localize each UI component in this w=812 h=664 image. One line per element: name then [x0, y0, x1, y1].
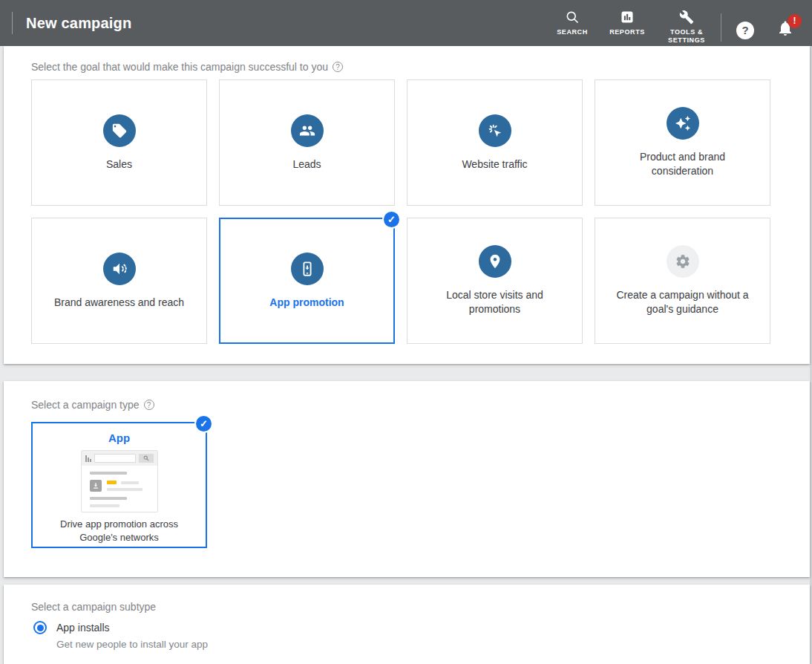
campaign-type-card-app[interactable]: ✓ App — [31, 422, 207, 548]
subtype-section-heading: Select a campaign subtype — [31, 601, 156, 613]
campaign-subtype-panel: Select a campaign subtype App installs G… — [4, 585, 810, 664]
reports-label: REPORTS — [609, 28, 645, 36]
type-heading-text: Select a campaign type — [31, 399, 140, 411]
illustration-search-input — [94, 454, 136, 463]
sparkles-icon — [667, 107, 699, 140]
goal-card-label: Leads — [292, 157, 321, 172]
app-installs-radio[interactable] — [33, 621, 47, 634]
search-nav-button[interactable]: SEARCH — [554, 1, 590, 36]
tools-settings-label: TOOLS & SETTINGS — [664, 28, 709, 45]
cursor-click-icon — [479, 114, 511, 147]
radio-dot — [37, 625, 44, 631]
selected-check-icon: ✓ — [196, 416, 212, 432]
notifications-button[interactable]: ! — [776, 19, 794, 40]
bell-icon — [776, 27, 794, 39]
illustration-result-lines — [107, 480, 149, 492]
app-installs-option[interactable]: App installs — [33, 621, 110, 634]
goal-card-no-goal-guidance[interactable]: Create a campaign without a goal's guida… — [595, 218, 770, 344]
goal-card-website-traffic[interactable]: Website traffic — [407, 79, 583, 206]
app-installs-label: App installs — [56, 622, 110, 634]
goal-card-leads[interactable]: Leads — [219, 79, 395, 206]
notification-badge: ! — [788, 14, 802, 28]
illustration-searchbar — [82, 451, 157, 466]
goal-cards-grid: Sales Leads Website traffic Product and … — [31, 79, 770, 344]
illustration-body — [82, 466, 157, 512]
type-help-icon[interactable]: ? — [144, 400, 154, 410]
goal-card-local-store-visits[interactable]: Local store visits and promotions — [407, 218, 583, 344]
help-glyph: ? — [741, 24, 748, 36]
title-divider — [12, 12, 13, 34]
illustration-app-result — [90, 480, 149, 492]
goal-card-product-brand-consideration[interactable]: Product and brand consideration — [595, 79, 770, 206]
search-icon — [565, 9, 580, 25]
top-app-bar: New campaign SEARCH REPORTS TOOLS & SETT… — [0, 0, 812, 46]
page-title: New campaign — [26, 15, 131, 32]
selected-check-icon: ✓ — [384, 212, 399, 227]
goal-card-label: Brand awareness and reach — [54, 296, 184, 310]
header-separator — [721, 13, 721, 42]
gear-icon — [667, 245, 699, 278]
wrench-icon — [679, 9, 694, 25]
goal-card-sales[interactable]: Sales — [31, 79, 207, 206]
app-serp-illustration — [81, 450, 158, 512]
speaker-icon — [103, 253, 136, 285]
goal-card-label: Website traffic — [462, 157, 527, 172]
goal-section-heading: Select the goal that would make this cam… — [31, 61, 343, 73]
people-icon — [291, 114, 324, 147]
goal-selection-panel: Select the goal that would make this cam… — [4, 46, 810, 364]
goal-card-label: Product and brand consideration — [610, 150, 755, 178]
app-installs-description: Get new people to install your app — [56, 639, 208, 650]
goal-card-label: App promotion — [269, 296, 344, 310]
illustration-text-bar — [121, 481, 139, 484]
type-section-heading: Select a campaign type ? — [31, 399, 154, 411]
tools-settings-nav-button[interactable]: TOOLS & SETTINGS — [664, 1, 709, 45]
phone-download-icon — [291, 253, 324, 285]
goal-card-brand-awareness-reach[interactable]: Brand awareness and reach — [31, 218, 207, 344]
illustration-text-bar — [90, 497, 127, 500]
type-card-description: Drive app promotion across Google's netw… — [33, 518, 206, 544]
help-button[interactable]: ? — [736, 22, 754, 39]
campaign-type-panel: Select a campaign type ? ✓ App — [4, 381, 810, 577]
goal-heading-text: Select the goal that would make this cam… — [31, 61, 328, 73]
subtype-heading-text: Select a campaign subtype — [31, 601, 156, 613]
goal-card-label: Local store visits and promotions — [422, 288, 567, 316]
header-nav: SEARCH REPORTS TOOLS & SETTINGS — [554, 1, 709, 45]
reports-icon — [620, 9, 635, 25]
reports-nav-button[interactable]: REPORTS — [609, 1, 645, 36]
tag-icon — [103, 114, 136, 147]
illustration-text-bar — [90, 472, 127, 475]
goal-help-icon[interactable]: ? — [333, 62, 343, 72]
type-card-title: App — [33, 432, 206, 444]
illustration-search-button — [139, 454, 154, 463]
goal-card-app-promotion[interactable]: ✓ App promotion — [219, 218, 395, 344]
illustration-text-bar — [90, 504, 119, 507]
illustration-logo-icon — [85, 455, 91, 462]
download-tile-icon — [90, 480, 102, 492]
goal-card-label: Create a campaign without a goal's guida… — [610, 288, 755, 316]
illustration-highlight-bar — [107, 481, 117, 484]
search-label: SEARCH — [557, 28, 588, 36]
location-pin-icon — [479, 245, 511, 278]
illustration-text-bar — [107, 488, 143, 491]
goal-card-label: Sales — [106, 157, 132, 172]
